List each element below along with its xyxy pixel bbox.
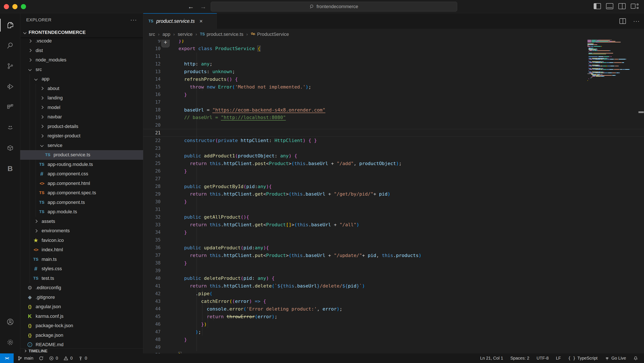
tree-item-node-modules[interactable]: node_modules	[20, 55, 143, 65]
status-go-live[interactable]: Go Live	[605, 356, 626, 361]
tree-item-app.component.css[interactable]: #app.component.css	[20, 169, 143, 179]
tree-item-angular.json[interactable]: {}angular.json	[20, 302, 143, 312]
close-window-button[interactable]	[4, 4, 9, 9]
editor-more-actions-icon[interactable]: ···	[633, 18, 640, 24]
tree-item-main.ts[interactable]: TSmain.ts	[20, 255, 143, 264]
activity-item-extensions[interactable]	[0, 97, 20, 117]
code-line-38[interactable]: 38 }	[143, 259, 644, 267]
code-line-45[interactable]: 45 return throwError(error);	[143, 313, 644, 320]
code-line-15[interactable]: 15 throw new Error('Method not implement…	[143, 83, 644, 91]
tree-item-app.component.spec.ts[interactable]: TSapp.component.spec.ts	[20, 188, 143, 198]
code-line-23[interactable]: 23	[143, 144, 644, 152]
code-line-41[interactable]: 41 return this.httpClient.delete(`${this…	[143, 282, 644, 290]
minimize-window-button[interactable]	[12, 4, 18, 9]
code-line-30[interactable]: 30 }	[143, 198, 644, 206]
tree-item-assets[interactable]: assets	[20, 217, 143, 226]
code-line-42[interactable]: 42 .pipe(	[143, 290, 644, 298]
status-branch[interactable]: main	[18, 356, 33, 361]
code-line-22[interactable]: 22 constructor(private httpClient: HttpC…	[143, 137, 644, 144]
activity-item-accounts[interactable]	[0, 312, 20, 332]
code-line-44[interactable]: 44 console.error('Error deleting product…	[143, 305, 644, 313]
code-line-14[interactable]: 14 refreshProducts() {	[143, 76, 644, 83]
tree-item-app[interactable]: app	[20, 74, 143, 84]
activity-item-explorer[interactable]	[0, 15, 20, 36]
tree-item-product-details[interactable]: product-details	[20, 122, 143, 132]
status-language-mode[interactable]: { }TypeScript	[568, 356, 598, 361]
tree-item-app.component.html[interactable]: <>app.component.html	[20, 179, 143, 188]
code-line-12[interactable]: 12 http: any;	[143, 60, 644, 68]
code-line-43[interactable]: 43 catchError((error) => {	[143, 298, 644, 305]
status-encoding[interactable]: UTF-8	[536, 356, 549, 361]
tree-item-app.module.ts[interactable]: TSapp.module.ts	[20, 207, 143, 217]
activity-item-run-and-debug[interactable]	[0, 76, 20, 97]
tree-item-.vscode[interactable]: .vscode	[20, 36, 143, 46]
close-tab-icon[interactable]: ×	[200, 18, 202, 24]
code-line-9[interactable]: 9})	[143, 40, 644, 45]
toggle-primary-sidebar-icon[interactable]	[594, 3, 601, 9]
code-editor[interactable]: + 9})10export class ProductService {1112…	[143, 40, 644, 354]
tree-item-dist[interactable]: dist	[20, 46, 143, 56]
remote-indicator[interactable]: ><	[0, 354, 14, 363]
code-line-28[interactable]: 28 public getProductById(pid:any){	[143, 182, 644, 190]
tab-product-service-ts[interactable]: TS product.service.ts ×	[143, 13, 217, 29]
code-line-17[interactable]: 17	[143, 98, 644, 106]
code-line-20[interactable]: 20	[143, 121, 644, 129]
status-warnings[interactable]: 0	[64, 356, 72, 361]
code-line-49[interactable]: 49	[143, 344, 644, 351]
tree-item-package.json[interactable]: {}package.json	[20, 330, 143, 340]
code-line-19[interactable]: 19 // baseUrl = "http://localhost:8080"	[143, 114, 644, 121]
code-line-48[interactable]: 48 }	[143, 336, 644, 344]
status-notifications[interactable]	[633, 356, 638, 361]
tree-item-readme.md[interactable]: iREADME.md	[20, 340, 143, 350]
tree-item-register-product[interactable]: register-product	[20, 131, 143, 141]
breadcrumb-item-service[interactable]: service	[178, 32, 192, 37]
tree-item-app-routing.module.ts[interactable]: TSapp-routing.module.ts	[20, 160, 143, 169]
code-line-47[interactable]: 47 );	[143, 328, 644, 336]
status-errors[interactable]: 0	[49, 356, 58, 361]
tree-item-.editorconfig[interactable]: ⚙.editorconfig	[20, 283, 143, 292]
code-line-39[interactable]: 39	[143, 267, 644, 274]
status-ports[interactable]: 0	[78, 356, 87, 361]
activity-item-settings[interactable]	[0, 332, 20, 352]
toggle-panel-icon[interactable]	[606, 3, 613, 9]
code-line-46[interactable]: 46 })	[143, 320, 644, 328]
code-line-10[interactable]: 10export class ProductService {	[143, 45, 644, 52]
code-line-34[interactable]: 34 }	[143, 229, 644, 236]
code-line-11[interactable]: 11	[143, 52, 644, 60]
activity-item-smiley-extension[interactable]	[0, 117, 20, 138]
navigate-forward-button[interactable]: →	[200, 3, 206, 10]
tree-item-product.service.ts[interactable]: TSproduct.service.ts	[20, 150, 143, 160]
code-line-31[interactable]: 31	[143, 206, 644, 213]
tree-item-environments[interactable]: environments	[20, 226, 143, 236]
code-line-29[interactable]: 29 return this.httpClient.get<Product>(t…	[143, 190, 644, 198]
tree-item-package-lock.json[interactable]: {}package-lock.json	[20, 321, 143, 330]
customize-layout-icon[interactable]	[631, 3, 639, 9]
activity-item-cube-extension[interactable]	[0, 138, 20, 158]
code-line-35[interactable]: 35	[143, 236, 644, 244]
breadcrumb-item-src[interactable]: src	[149, 32, 155, 37]
breadcrumb-item-product.service.ts[interactable]: TSproduct.service.ts	[200, 32, 243, 37]
code-line-27[interactable]: 27	[143, 175, 644, 182]
tree-item-app.component.ts[interactable]: TSapp.component.ts	[20, 198, 143, 207]
code-line-37[interactable]: 37 return this.httpClient.put<Product>(t…	[143, 252, 644, 259]
code-line-36[interactable]: 36 public updateProduct(pid:any){	[143, 244, 644, 252]
tree-item-.gitignore[interactable]: ◆.gitignore	[20, 292, 143, 302]
timeline-section[interactable]: TIMELINE	[20, 348, 143, 354]
status-sync[interactable]	[39, 356, 44, 361]
breadcrumb-item-productservice[interactable]: ProductService	[251, 31, 289, 37]
minimap[interactable]	[588, 40, 639, 81]
code-line-21[interactable]: 21	[143, 129, 644, 137]
project-root-folder[interactable]: FRONTENDECOMMERCE	[20, 28, 143, 37]
tree-item-styles.css[interactable]: #styles.css	[20, 264, 143, 274]
tree-item-model[interactable]: model	[20, 103, 143, 112]
code-line-40[interactable]: 40 public deleteProduct(pid: any) {	[143, 274, 644, 282]
code-line-33[interactable]: 33 return this.httpClient.get<Product[]>…	[143, 221, 644, 229]
code-line-16[interactable]: 16 }	[143, 91, 644, 98]
tree-item-test.ts[interactable]: TStest.ts	[20, 274, 143, 283]
tree-item-navbar[interactable]: navbar	[20, 112, 143, 122]
tree-item-service[interactable]: service	[20, 141, 143, 150]
code-line-24[interactable]: 24 public addProduct1(productObject: any…	[143, 152, 644, 160]
tree-item-karma.conf.js[interactable]: Kkarma.conf.js	[20, 312, 143, 321]
zoom-window-button[interactable]	[21, 4, 26, 9]
activity-item-search[interactable]	[0, 36, 20, 56]
